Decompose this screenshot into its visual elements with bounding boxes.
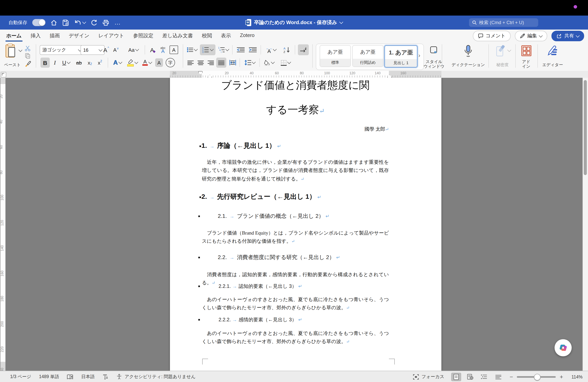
autosave-toggle[interactable]: [32, 19, 45, 26]
doc-title-line2[interactable]: する一考察↵: [202, 103, 389, 117]
document-title[interactable]: 卒論のための Word.docx - 保存済み: [254, 19, 337, 26]
tab-references[interactable]: 参照設定: [132, 30, 154, 42]
enclose-characters-icon[interactable]: 字: [166, 58, 175, 67]
editing-mode-button[interactable]: 編集: [515, 31, 547, 41]
increase-indent-icon[interactable]: [247, 45, 258, 54]
distribute-text-icon[interactable]: [228, 58, 237, 67]
heading1-review[interactable]: 2.→先行研究レビュー（←見出し 1）↵: [200, 192, 321, 201]
align-center-icon[interactable]: [196, 58, 205, 67]
copilot-button[interactable]: [555, 339, 572, 356]
accessibility-status[interactable]: アクセシビリティ: 問題ありません: [116, 374, 196, 380]
view-draft-button[interactable]: [493, 372, 504, 381]
doc-title-line1[interactable]: ブランド価値と消費者態度に関: [202, 78, 389, 92]
font-size-combo[interactable]: 16: [81, 45, 105, 55]
justify-button[interactable]: [216, 58, 226, 68]
more-commands-icon[interactable]: …: [114, 19, 121, 26]
focus-mode-button[interactable]: フォーカス: [413, 374, 444, 380]
shading-icon[interactable]: [262, 58, 276, 67]
clear-formatting-icon[interactable]: A◆: [148, 45, 158, 54]
tab-selector-icon[interactable]: [1, 72, 6, 77]
style-card-heading1[interactable]: 1. あア亜 見出し 1: [384, 45, 418, 68]
phonetic-guide-icon[interactable]: abcA: [158, 45, 168, 54]
redo-icon[interactable]: [91, 19, 97, 26]
zoom-out-button[interactable]: −: [510, 373, 513, 380]
sort-icon[interactable]: AZ: [282, 45, 293, 54]
numbering-button[interactable]: 123: [200, 44, 215, 55]
asian-layout-icon[interactable]: ←→A: [264, 45, 278, 54]
format-painter-icon[interactable]: [23, 60, 32, 68]
language-indicator[interactable]: 日本語: [81, 374, 95, 380]
zoom-slider-thumb[interactable]: [534, 374, 541, 380]
align-left-icon[interactable]: [186, 58, 195, 67]
dictation-icon[interactable]: [462, 44, 474, 58]
paragraph-cognitive[interactable]: あのイーハトーヴォのすきとおった風、夏でも底に冷たさをもつ青いそら、うつくしい森…: [202, 296, 389, 312]
zoom-percentage[interactable]: 114%: [567, 374, 583, 379]
paragraph-brand-equity[interactable]: ブランド価値（Brand Equity）とは，ブランド名やシンボルによって製品や…: [202, 229, 389, 246]
doc-author[interactable]: 國學 太郎↵: [202, 126, 389, 133]
multilevel-list-icon[interactable]: 1ai: [217, 45, 230, 54]
strikethrough-button[interactable]: ab: [74, 58, 84, 68]
tab-insert[interactable]: 挿入: [30, 30, 42, 42]
paste-button[interactable]: [5, 43, 18, 60]
highlight-color-icon[interactable]: [125, 58, 139, 68]
view-web-layout-button[interactable]: [465, 372, 475, 381]
zoom-slider[interactable]: [517, 376, 556, 378]
tab-review[interactable]: 校閲: [201, 30, 213, 42]
home-icon[interactable]: [51, 19, 57, 26]
line-spacing-icon[interactable]: [243, 58, 257, 67]
italic-button[interactable]: I: [51, 58, 59, 68]
document-page[interactable]: ブランド価値と消費者態度に関 する一考察↵ 國學 太郎↵ 1.→序論（←見出し …: [170, 78, 441, 371]
bold-button[interactable]: B: [41, 58, 50, 68]
word-count[interactable]: 1489 単語: [39, 374, 59, 380]
font-color-icon[interactable]: A: [140, 58, 154, 68]
style-window-icon[interactable]: [429, 45, 440, 55]
text-effects-icon[interactable]: A: [111, 58, 124, 68]
change-case-icon[interactable]: Aa: [125, 45, 142, 54]
tab-view[interactable]: 表示: [220, 30, 232, 42]
spell-check-icon[interactable]: [67, 374, 74, 380]
undo-dropdown-chevron[interactable]: [82, 20, 86, 24]
superscript-button[interactable]: x2: [95, 58, 105, 68]
tab-design[interactable]: デザイン: [68, 30, 90, 42]
grow-font-icon[interactable]: A^: [102, 45, 111, 54]
shrink-font-icon[interactable]: Av: [111, 45, 121, 54]
tab-home[interactable]: ホーム: [5, 30, 22, 42]
heading2-consumer-attitude[interactable]: 2.2.→消費者態度に関する研究（←見出し 2）↵: [198, 254, 340, 261]
decrease-indent-icon[interactable]: [235, 45, 246, 54]
heading1-intro[interactable]: 1.→序論（←見出し 1）↵: [200, 141, 281, 150]
page-indicator[interactable]: 1/3 ページ: [10, 374, 31, 380]
vertical-scrollbar[interactable]: [583, 78, 588, 371]
style-card-no-spacing[interactable]: あア亜 行間詰め: [352, 45, 383, 67]
font-name-combo[interactable]: 游ゴシック: [40, 45, 84, 55]
paragraph-affective[interactable]: あのイーハトーヴォのすきとおった風、夏でも底に冷たさをもつ青いそら、うつくしい森…: [202, 329, 389, 346]
view-print-layout-button[interactable]: [451, 372, 462, 381]
style-card-normal[interactable]: あア亜 標準: [320, 45, 351, 67]
addins-icon[interactable]: [520, 44, 532, 57]
zoom-in-button[interactable]: +: [560, 373, 563, 380]
cut-icon[interactable]: [23, 45, 32, 52]
tab-zotero[interactable]: Zotero: [239, 30, 255, 42]
undo-icon[interactable]: [74, 20, 85, 26]
sensitivity-icon[interactable]: [495, 44, 506, 58]
subscript-button[interactable]: x2: [85, 58, 94, 68]
underline-button[interactable]: U: [60, 58, 73, 68]
title-dropdown-chevron[interactable]: [339, 20, 343, 24]
character-border-icon[interactable]: A: [169, 45, 178, 54]
borders-icon[interactable]: [278, 58, 293, 67]
copy-icon[interactable]: [23, 52, 32, 59]
paste-dropdown-chevron[interactable]: [19, 48, 22, 52]
tab-layout[interactable]: レイアウト: [98, 30, 125, 42]
heading2-brand-equity[interactable]: 2.1.→ブランド価値の概念（←見出し 2）↵: [198, 213, 329, 220]
heading3-affective[interactable]: 2.2.2.→感情的要素（←見出し 3）↵: [198, 317, 302, 323]
tab-mailings[interactable]: 差し込み文書: [162, 30, 194, 42]
vertical-ruler[interactable]: 20 40 60 80 100 120 140 160 180 200 220 …: [0, 78, 5, 371]
scrollbar-thumb[interactable]: [584, 80, 587, 175]
save-icon[interactable]: [62, 19, 69, 26]
heading3-cognitive[interactable]: 2.2.1.→認知的要素（←見出し 3）↵: [198, 283, 302, 290]
share-button[interactable]: 共有: [551, 31, 584, 41]
character-shading-icon[interactable]: A: [155, 58, 163, 67]
align-right-icon[interactable]: [207, 58, 215, 67]
print-icon[interactable]: [102, 19, 109, 26]
search-box[interactable]: 検索 (Cmd + Ctrl + U): [469, 18, 538, 27]
comments-button[interactable]: コメント: [473, 31, 511, 41]
